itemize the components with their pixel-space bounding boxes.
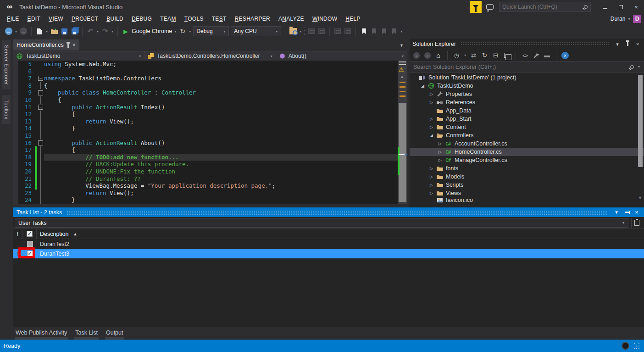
filter-dropdown-icon[interactable]: ▾	[464, 53, 466, 57]
refresh-icon[interactable]: ↻	[481, 51, 489, 59]
expander-closed-icon[interactable]: ▷	[429, 100, 434, 105]
close-tab-icon[interactable]: ×	[72, 42, 76, 48]
expander-closed-icon[interactable]: ▷	[429, 174, 434, 179]
breakpoint-margin[interactable]	[13, 168, 18, 175]
task-row-durantest2[interactable]: DuranTest2	[13, 239, 644, 249]
copy-task-button[interactable]	[631, 218, 642, 228]
header-checkbox[interactable]	[27, 231, 33, 237]
tree-item-app-start[interactable]: ▷App_Start	[410, 115, 644, 123]
split-window-handle[interactable]	[399, 61, 406, 65]
fold-margin[interactable]: −	[37, 75, 44, 82]
breakpoint-margin[interactable]	[13, 75, 18, 82]
fold-margin[interactable]	[37, 132, 44, 140]
code-line-19[interactable]: 19 // HACK:Update this procedure.	[13, 161, 407, 168]
breakpoint-margin[interactable]	[13, 132, 18, 140]
code-line-10[interactable]: 10 {	[13, 96, 407, 104]
code-line-6[interactable]: 6	[13, 68, 407, 75]
menu-view[interactable]: VIEW	[44, 15, 67, 23]
tree-item-scripts[interactable]: ▷Scripts	[410, 181, 644, 189]
task-row-durantest3[interactable]: !DuranTest3	[13, 249, 644, 258]
menu-tools[interactable]: TOOLS	[180, 15, 208, 23]
tree-item-accountcontroller-cs[interactable]: ▷C#AccountController.cs	[410, 140, 644, 148]
collapse-box-icon[interactable]: −	[38, 76, 43, 81]
tree-scroll-down-icon[interactable]: ▼	[638, 196, 642, 200]
pin-tab-icon[interactable]	[67, 44, 69, 48]
sync-with-active-document-icon[interactable]: ⇄	[470, 51, 477, 59]
code-line-23[interactable]: 23 return View();	[13, 190, 407, 197]
navigate-back-dropdown-icon[interactable]: ▾	[15, 29, 17, 34]
navigate-forward-icon[interactable]: →	[19, 27, 28, 35]
notifications-filter-icon[interactable]	[470, 1, 482, 13]
fold-margin[interactable]	[37, 125, 44, 132]
code-line-9[interactable]: 9− public class HomeController : Control…	[13, 89, 407, 96]
code-line-14[interactable]: 14 }	[13, 125, 407, 132]
fold-margin[interactable]	[37, 190, 44, 197]
code-line-11[interactable]: 11− public ActionResult Index()	[13, 104, 407, 111]
breakpoint-margin[interactable]	[13, 68, 18, 75]
status-circle-icon[interactable]	[622, 342, 629, 350]
collapse-box-icon[interactable]: −	[38, 140, 43, 145]
expander-closed-icon[interactable]: ▷	[429, 183, 434, 187]
collapse-box-icon[interactable]: −	[38, 105, 43, 110]
side-tab-toolbox[interactable]: Toolbox	[2, 95, 11, 124]
menu-test[interactable]: TEST	[208, 15, 231, 23]
switch-views-icon[interactable]: ×	[561, 52, 569, 59]
expander-closed-icon[interactable]: ▷	[438, 150, 443, 154]
code-line-24[interactable]: 24 }	[13, 196, 407, 204]
platform-combo[interactable]: Any CPU▾	[231, 26, 281, 36]
tree-item-app-data[interactable]: App_Data	[410, 106, 644, 115]
menu-project[interactable]: PROJECT	[67, 15, 102, 23]
find-in-files-icon[interactable]	[289, 27, 297, 35]
properties-icon[interactable]	[532, 51, 540, 59]
tree-item-content[interactable]: ▷Content	[410, 123, 644, 131]
quick-launch-box[interactable]	[499, 2, 591, 12]
browser-link-dropdown-icon[interactable]: ▾	[189, 29, 191, 34]
fold-margin[interactable]	[37, 182, 44, 190]
fold-margin[interactable]	[37, 168, 44, 175]
tree-scrollbar-thumb[interactable]	[638, 75, 643, 167]
fold-margin[interactable]	[37, 118, 44, 125]
auto-hide-pin-icon[interactable]	[623, 210, 630, 215]
warning-icon[interactable]: ⚠	[399, 66, 404, 73]
fold-margin[interactable]: −	[37, 104, 44, 111]
toolbar-drag-grip[interactable]	[304, 28, 305, 35]
expander-closed-icon[interactable]: ▷	[429, 191, 434, 196]
collapse-all-icon[interactable]: ⊟	[492, 51, 500, 59]
breakpoint-margin[interactable]	[13, 104, 18, 111]
close-panel-icon[interactable]: ×	[634, 41, 641, 47]
expander-closed-icon[interactable]: ▷	[438, 158, 443, 162]
code-line-7[interactable]: 7−namespace TaskListDemo.Controllers	[13, 75, 407, 82]
menu-analyze[interactable]: ANALYZE	[274, 15, 308, 23]
tree-item-homecontroller-cs[interactable]: ▷C#HomeController.cs	[410, 148, 644, 156]
task-list-title-bar[interactable]: Task List - 2 tasks ▾ ×	[13, 207, 644, 217]
solution-explorer-search[interactable]: Search Solution Explorer (Ctrl+;) ▾	[410, 61, 644, 73]
pin-icon[interactable]	[624, 41, 631, 47]
view-code-icon[interactable]: <>	[521, 51, 529, 59]
window-position-dropdown-icon[interactable]: ▾	[613, 209, 620, 215]
priority-column-header[interactable]: !	[13, 229, 23, 239]
code-line-13[interactable]: 13 return View();	[13, 118, 407, 125]
start-debug-icon[interactable]: ▶	[122, 27, 130, 35]
run-target-dropdown-icon[interactable]: ▾	[174, 29, 177, 34]
resize-grip[interactable]	[634, 343, 639, 349]
code-line-8[interactable]: 8{	[13, 82, 407, 89]
quick-launch-input[interactable]	[502, 4, 584, 10]
breakpoint-margin[interactable]	[13, 118, 18, 125]
preview-selected-items-icon[interactable]: ▬	[543, 51, 551, 59]
breakpoint-margin[interactable]	[13, 89, 18, 96]
home-icon[interactable]: ⌂	[434, 51, 442, 59]
tree-scrollbar[interactable]: ▼	[638, 74, 643, 198]
code-editor[interactable]: 5using System.Web.Mvc;67−namespace TaskL…	[13, 61, 407, 204]
fold-margin[interactable]	[37, 111, 44, 118]
menu-file[interactable]: FILE	[3, 15, 23, 23]
code-line-12[interactable]: 12 {	[13, 111, 407, 118]
fold-margin[interactable]	[37, 196, 44, 204]
code-line-16[interactable]: 16− public ActionResult About()	[13, 140, 407, 147]
tree-item-tasklistdemo[interactable]: ◢TaskListDemo	[410, 82, 644, 90]
code-line-18[interactable]: 18 // TODO:add new function...	[13, 154, 407, 161]
document-list-dropdown-icon[interactable]: ▼	[400, 43, 404, 48]
expander-closed-icon[interactable]: ▷	[429, 117, 434, 121]
user-name[interactable]: Duran	[611, 16, 626, 22]
breakpoint-margin[interactable]	[13, 175, 18, 183]
tree-item-views[interactable]: ▷Views	[410, 189, 644, 197]
